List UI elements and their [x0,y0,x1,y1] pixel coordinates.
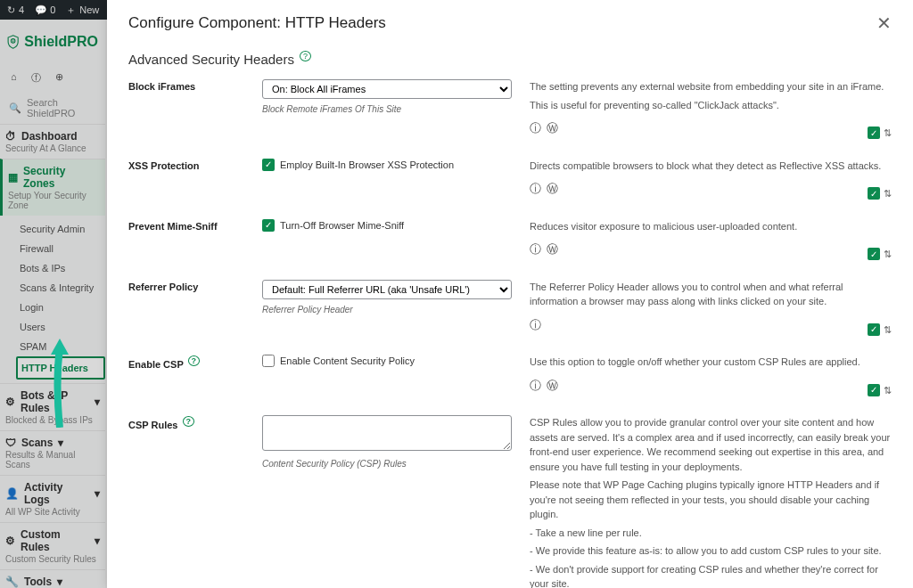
select-referrer[interactable]: Default: Full Referrer URL (aka 'Unsafe … [262,280,512,299]
sidebar-item-scans-integrity[interactable]: Scans & Integrity [16,278,105,298]
configure-modal: Configure Component: HTTP Headers ✕ Adva… [107,0,913,588]
textarea-csp-rules[interactable] [262,415,512,451]
sort-icon[interactable]: ⇅ [884,383,892,398]
zones-sublist: Security Admin Firewall Bots & IPs Scans… [0,216,105,383]
wordpress-icon[interactable]: Ⓦ [547,241,558,258]
globe-icon[interactable]: ⊕ [55,71,63,85]
help-icon[interactable]: ⓘ [530,377,541,395]
new-menu[interactable]: ＋ New [66,4,99,17]
section-title: Advanced Security Headers ? [128,52,892,67]
row-block-iframes: Block iFrames On: Block All iFrames Bloc… [128,79,892,137]
sort-icon[interactable]: ⇅ [884,186,892,201]
row-csp: Enable CSP ? Enable Content Security Pol… [128,355,892,394]
row-referrer: Referrer Policy Default: Full Referrer U… [128,280,892,334]
sidebar-item-spam[interactable]: SPAM [16,337,105,356]
help-icon[interactable]: ⓘ [530,241,541,258]
svg-rect-1 [12,40,13,42]
home-icon[interactable]: ⌂ [11,71,17,85]
checkbox-xss[interactable]: ✓Employ Built-In Browser XSS Protection [262,159,512,171]
status-badge: ✓ [868,187,880,200]
search-input[interactable]: 🔍 Search ShieldPRO [0,92,105,124]
updates-indicator[interactable]: ↻ 4 [7,4,24,16]
brand-logo[interactable]: ShieldPRO [0,20,105,64]
sort-icon[interactable]: ⇅ [884,323,892,338]
help-icon[interactable]: ⓘ [530,316,541,334]
wordpress-icon[interactable]: Ⓦ [547,119,558,137]
brand-text: ShieldPRO [24,34,98,50]
modal-title: Configure Component: HTTP Headers [128,14,386,32]
sort-icon[interactable]: ⇅ [884,126,892,141]
help-icon[interactable]: ⓘ [530,119,541,137]
hint-referrer: Referrer Policy Header [262,305,512,314]
label-block-iframes: Block iFrames [128,79,244,137]
search-placeholder: Search ShieldPRO [27,97,96,118]
row-csp-rules: CSP Rules ? Content Security Policy (CSP… [128,415,892,588]
nav-bot-rules[interactable]: ⚙ Bots & IP Rules ▾ Blocked & Bypass IPs [0,383,105,430]
select-block-iframes[interactable]: On: Block All iFrames [262,79,512,99]
checkbox-mime[interactable]: ✓Turn-Off Browser Mime-Sniff [262,219,512,232]
nav-dashboard[interactable]: ⏱ Dashboard Security At A Glance [0,124,105,159]
row-mime: Prevent Mime-Sniff ✓Turn-Off Browser Mim… [128,219,892,258]
wordpress-icon[interactable]: Ⓦ [547,377,558,395]
row-xss: XSS Protection ✓Employ Built-In Browser … [128,159,892,198]
close-icon[interactable]: ✕ [876,12,892,34]
status-badge: ✓ [868,323,880,336]
wordpress-icon[interactable]: Ⓦ [547,180,558,198]
sidebar-item-http-headers[interactable]: HTTP Headers [16,356,105,380]
nav-security-zones[interactable]: ▦ Security Zones Setup Your Security Zon… [0,159,105,216]
nav-tools[interactable]: 🔧 Tools ▾ Import, Whitelabel, Wizard [0,569,105,588]
label-csp: Enable CSP ? [128,355,244,394]
nav-scans[interactable]: 🛡 Scans ▾ Results & Manual Scans [0,430,105,475]
label-mime: Prevent Mime-Sniff [128,219,244,258]
plugin-sidebar: ShieldPRO ⌂ ⓕ ⊕ 🔍 Search ShieldPRO ⏱ Das… [0,20,105,588]
checkbox-csp[interactable]: Enable Content Security Policy [262,355,512,367]
label-csp-rules: CSP Rules ? [128,415,244,588]
sidebar-item-login[interactable]: Login [16,298,105,317]
nav-custom-rules[interactable]: ⚙ Custom Rules ▾ Custom Security Rules [0,522,105,569]
status-badge: ✓ [868,127,880,139]
search-icon: 🔍 [9,102,21,114]
label-referrer: Referrer Policy [128,280,244,334]
nav-activity[interactable]: 👤 Activity Logs ▾ All WP Site Activity [0,475,105,522]
shield-icon [7,30,19,53]
sidebar-item-firewall[interactable]: Firewall [16,239,105,258]
help-icon[interactable]: ⓘ [530,180,541,198]
status-badge: ✓ [868,384,880,396]
status-badge: ✓ [868,248,880,260]
sidebar-item-users[interactable]: Users [16,317,105,337]
facebook-icon[interactable]: ⓕ [31,71,41,85]
comments-indicator[interactable]: 💬 0 [35,4,55,16]
hint-iframes: Block Remote iFrames Of This Site [262,104,512,114]
sidebar-item-bots-ips[interactable]: Bots & IPs [16,258,105,278]
sidebar-item-security-admin[interactable]: Security Admin [16,219,105,239]
sort-icon[interactable]: ⇅ [884,247,892,262]
hint-csp-rules: Content Security Policy (CSP) Rules [262,459,512,469]
label-xss: XSS Protection [128,159,244,198]
